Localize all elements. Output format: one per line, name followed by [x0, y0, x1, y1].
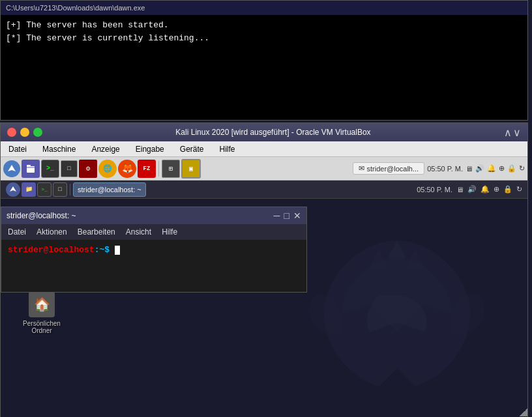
kali-logo-icon[interactable] — [3, 160, 20, 177]
monitor-icon: 🖥 — [466, 165, 473, 173]
vbox-window: Kali Linux 2020 [wird ausgeführt] - Orac… — [0, 122, 528, 417]
kali-network-icon: ⊕ — [494, 185, 499, 194]
cmd-titlebar: C:\Users\u7213\Downloads\dawn\dawn.exe — [1, 1, 527, 15]
kali-time: 05:50 P. M. — [417, 186, 452, 194]
term-menu-datei[interactable]: Datei — [8, 227, 26, 237]
terminal-controls: ─ □ ✕ — [274, 210, 301, 221]
kali-speaker-icon: 🔊 — [467, 185, 477, 194]
terminal-close-btn[interactable]: ✕ — [293, 210, 301, 221]
kali-active-window[interactable]: strider@localhost: ~ — [73, 182, 146, 197]
vbox-arrows[interactable]: ∧∨ — [504, 126, 521, 139]
terminal-maximize-btn[interactable]: □ — [284, 210, 289, 221]
user-pill: ✉ strider@localh... — [353, 162, 425, 175]
vbox-menu-maschine[interactable]: Maschine — [40, 143, 78, 155]
settings-icon[interactable]: ⚙ — [79, 160, 97, 178]
terminal2-icon[interactable]: □ — [61, 160, 78, 177]
user-label: strider@localh... — [367, 165, 419, 173]
kali-taskbar: 📁 >_ □ strider@localhost: ~ 05:50 P. M. … — [1, 180, 527, 199]
terminal-cursor — [115, 246, 120, 255]
vbox-toolbar: >_ □ ⚙ 🌐 🦊 FZ ⊞ ▣ ✉ strider@localh... — [1, 157, 527, 180]
active-window-label: strider@localhost: ~ — [78, 186, 141, 194]
vbox-resize-handle[interactable] — [520, 409, 527, 416]
firefox-icon[interactable]: 🦊 — [118, 160, 136, 178]
svg-rect-1 — [27, 165, 31, 167]
highlight-icon[interactable]: ▣ — [181, 159, 201, 179]
terminal-icon[interactable]: >_ — [41, 160, 59, 178]
cmd-window: C:\Users\u7213\Downloads\dawn\dawn.exe [… — [0, 0, 528, 121]
term-menu-hilfe[interactable]: Hilfe — [162, 227, 177, 237]
screen-icon[interactable]: ⊞ — [162, 160, 180, 178]
cmd-content: [+] The server has been started. [*] The… — [1, 15, 527, 48]
kali-start-icon[interactable] — [6, 182, 20, 197]
term-menu-aktionen[interactable]: Aktionen — [37, 227, 67, 237]
refresh-icon: ↻ — [519, 164, 525, 173]
file-manager-icon[interactable] — [22, 160, 40, 178]
term-menu-bearbeiten[interactable]: Bearbeiten — [78, 227, 115, 237]
bell-icon: 🔔 — [487, 164, 496, 173]
vbox-menubar: Datei Maschine Anzeige Eingabe Geräte Hi… — [1, 141, 527, 157]
terminal-window: strider@localhost: ~ ─ □ ✕ Datei Aktione… — [1, 207, 307, 293]
kali-desktop[interactable]: 📁 >_ □ strider@localhost: ~ 05:50 P. M. … — [1, 180, 527, 417]
globe-icon[interactable]: 🌐 — [98, 160, 117, 178]
filezilla-icon[interactable]: FZ — [138, 160, 156, 178]
audio-icon: 🔊 — [475, 164, 484, 173]
vbox-menu-anzeige[interactable]: Anzeige — [89, 143, 122, 155]
vbox-minimize-button[interactable] — [20, 128, 29, 137]
cmd-line2: [*] The server is currently listening... — [6, 32, 522, 45]
terminal-minimize-btn[interactable]: ─ — [274, 210, 280, 221]
vm-screen: 📁 >_ □ strider@localhost: ~ 05:50 P. M. … — [1, 180, 527, 417]
vbox-titlebar: Kali Linux 2020 [wird ausgeführt] - Orac… — [1, 123, 527, 141]
home-folder-label: Persönlichen Ordner — [19, 320, 65, 334]
kali-screen2-icon[interactable]: □ — [53, 182, 67, 197]
vbox-menu-eingabe[interactable]: Eingabe — [133, 143, 167, 155]
vbox-menu-geraete[interactable]: Geräte — [177, 143, 207, 155]
lock-icon: 🔒 — [507, 164, 516, 173]
kali-term-icon[interactable]: >_ — [37, 182, 52, 197]
terminal-prompt-user: strider@localhost — [8, 245, 95, 255]
desktop-icon-home[interactable]: 🏠 Persönlichen Ordner — [19, 291, 65, 334]
kali-lock-icon: 🔒 — [503, 185, 512, 194]
terminal-title: strider@localhost: ~ — [7, 211, 76, 220]
vbox-maximize-button[interactable] — [33, 128, 42, 137]
terminal-prompt-sep: :~$ — [95, 245, 110, 255]
kali-filemgr-icon[interactable]: 📁 — [22, 182, 36, 197]
vbox-title: Kali Linux 2020 [wird ausgeführt] - Orac… — [175, 128, 370, 137]
vbox-menu-hilfe[interactable]: Hilfe — [216, 143, 237, 155]
kali-taskbar-right: 05:50 P. M. 🖥 🔊 🔔 ⊕ 🔒 ↻ — [417, 185, 522, 194]
kali-dragon-watermark — [306, 222, 488, 405]
term-menu-ansicht[interactable]: Ansicht — [126, 227, 151, 237]
cmd-path: C:\Users\u7213\Downloads\dawn\dawn.exe — [6, 4, 145, 12]
vbox-close-button[interactable] — [7, 128, 16, 137]
kali-refresh-icon: ↻ — [516, 185, 522, 194]
terminal-titlebar: strider@localhost: ~ ─ □ ✕ — [1, 207, 306, 224]
vbox-status-area: ✉ strider@localh... 05:50 P. M. 🖥 🔊 🔔 ⊕ … — [353, 162, 525, 175]
time-label: 05:50 P. M. — [427, 165, 463, 173]
toolbar-separator — [158, 161, 159, 177]
email-icon: ✉ — [359, 164, 364, 173]
kali-bell-icon: 🔔 — [480, 185, 490, 194]
cmd-line1: [+] The server has been started. — [6, 19, 522, 32]
kali-monitor-icon: 🖥 — [456, 186, 464, 194]
network-icon: ⊕ — [499, 164, 505, 173]
kali-tb-separator — [70, 184, 70, 195]
home-folder-icon: 🏠 — [29, 291, 55, 317]
vbox-menu-datei[interactable]: Datei — [6, 143, 29, 155]
terminal-content[interactable]: strider@localhost:~$ — [1, 240, 306, 292]
terminal-menubar: Datei Aktionen Bearbeiten Ansicht Hilfe — [1, 224, 306, 240]
